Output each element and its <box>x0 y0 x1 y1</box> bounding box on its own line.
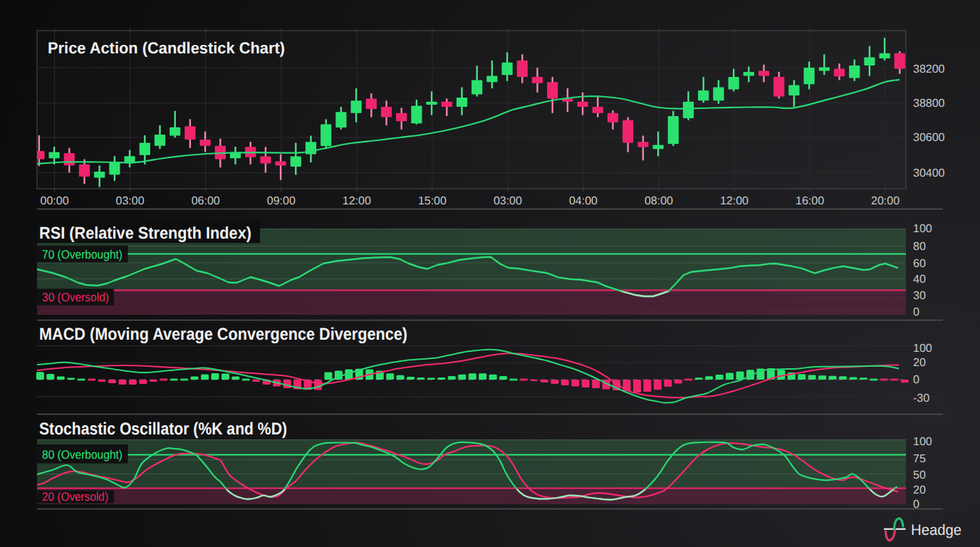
svg-text:-30: -30 <box>913 392 929 405</box>
svg-text:03:00: 03:00 <box>494 195 522 207</box>
svg-text:RSI (Relative Strength Index): RSI (Relative Strength Index) <box>39 224 251 242</box>
svg-text:08:00: 08:00 <box>645 195 673 207</box>
svg-text:20: 20 <box>913 484 926 496</box>
svg-text:100: 100 <box>913 436 932 448</box>
svg-text:100: 100 <box>913 343 932 355</box>
svg-text:09:00: 09:00 <box>267 195 296 207</box>
svg-text:38800: 38800 <box>913 98 945 110</box>
svg-text:60: 60 <box>913 258 926 270</box>
svg-text:30: 30 <box>913 290 926 302</box>
svg-text:Stochastic Oscillator (%K and: Stochastic Oscillator (%K and %D) <box>39 420 287 439</box>
svg-text:0: 0 <box>913 374 919 386</box>
svg-text:38200: 38200 <box>913 63 945 75</box>
svg-text:80: 80 <box>913 241 926 253</box>
svg-text:80 (Overbought): 80 (Overbought) <box>42 448 123 462</box>
svg-text:12:00: 12:00 <box>720 195 749 207</box>
svg-text:70 (Overbought): 70 (Overbought) <box>42 248 123 261</box>
svg-text:16:00: 16:00 <box>796 195 824 207</box>
svg-text:30 (Oversold): 30 (Oversold) <box>42 291 109 304</box>
svg-text:30600: 30600 <box>913 132 945 144</box>
svg-text:30400: 30400 <box>913 167 945 179</box>
svg-text:12:00: 12:00 <box>343 195 371 207</box>
svg-text:75: 75 <box>913 453 926 465</box>
svg-text:100: 100 <box>913 223 932 235</box>
svg-text:06:00: 06:00 <box>192 195 220 207</box>
svg-text:20:00: 20:00 <box>871 195 900 207</box>
svg-text:0: 0 <box>913 306 919 318</box>
svg-text:15:00: 15:00 <box>418 195 447 207</box>
svg-text:20 (Oversold): 20 (Oversold) <box>42 490 108 504</box>
svg-text:MACD (Moving Average Convergen: MACD (Moving Average Convergence Diverge… <box>39 325 407 344</box>
svg-text:04:00: 04:00 <box>569 195 598 207</box>
svg-text:Headge: Headge <box>911 522 961 538</box>
svg-text:03:00: 03:00 <box>116 195 145 207</box>
svg-text:00:00: 00:00 <box>41 195 69 207</box>
svg-text:40: 40 <box>913 274 926 286</box>
svg-text:Price Action (Candlestick Char: Price Action (Candlestick Chart) <box>48 39 285 57</box>
svg-text:20: 20 <box>913 357 926 369</box>
svg-text:50: 50 <box>913 469 926 481</box>
